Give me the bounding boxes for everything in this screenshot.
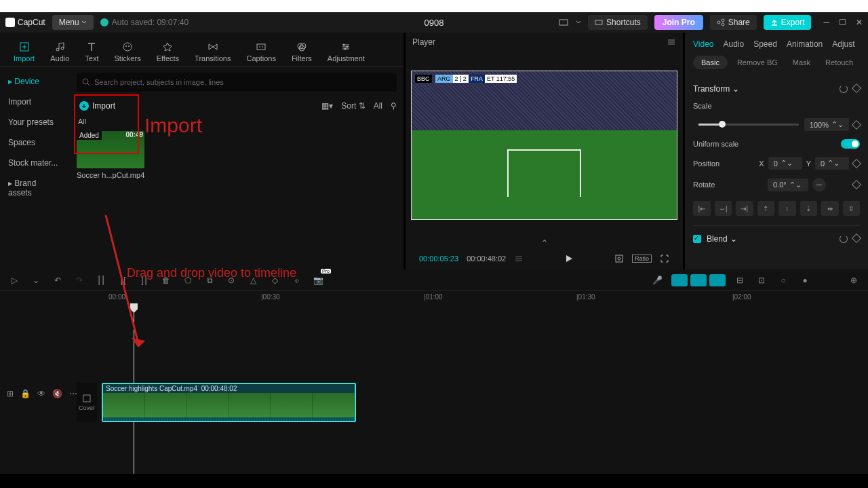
chevron-down-icon[interactable] <box>576 20 581 25</box>
track-lock[interactable]: 🔒 <box>20 389 31 398</box>
minimize-button[interactable]: ─ <box>823 18 829 27</box>
zoom-in[interactable]: ⊕ <box>846 273 861 288</box>
track-tool-2[interactable]: ⊡ <box>754 273 769 288</box>
fullscreen-icon[interactable] <box>660 254 669 263</box>
timeline-clip[interactable]: Soccer highlights CapCut.mp4 00:00:48:02 <box>102 383 356 422</box>
export-button[interactable]: Export <box>764 15 812 30</box>
zoom-slider[interactable]: ● <box>797 273 812 288</box>
keyframe-icon[interactable] <box>852 180 861 189</box>
align-vcenter[interactable]: ↕ <box>778 201 796 216</box>
magnet-1[interactable] <box>671 274 688 286</box>
ptab-animation[interactable]: Animation <box>787 39 823 49</box>
svg-point-6 <box>56 48 59 51</box>
sidebar-presets[interactable]: Your presets <box>0 112 70 132</box>
sidebar-stock[interactable]: Stock mater... <box>0 153 70 173</box>
subtab-mask[interactable]: Mask <box>787 56 816 69</box>
sidebar-brand[interactable]: ▸ Brand assets <box>0 173 70 203</box>
rotate-value[interactable]: 0.0° ⌃⌄ <box>768 179 808 191</box>
track-visible[interactable]: 👁 <box>37 389 45 398</box>
align-buttons: |⇤ ↔| ⇥| ⇡ ↕ ⇣ ⇹ ⇳ <box>693 195 860 221</box>
maximize-button[interactable]: ☐ <box>839 18 846 27</box>
undo-button[interactable]: ↶ <box>50 273 65 288</box>
ptab-audio[interactable]: Audio <box>723 39 744 49</box>
track-mute[interactable]: 🔇 <box>52 389 62 398</box>
share-button[interactable]: Share <box>710 15 757 30</box>
magnet-2[interactable] <box>690 274 707 286</box>
media-search[interactable]: Search project, subjects in image, lines <box>77 73 397 92</box>
timeline-ruler[interactable]: 00:00 |00:30 |01:00 |01:30 |02:00 <box>95 291 868 305</box>
titlebar: CapCut Menu Auto saved: 09:07:40 0908 Sh… <box>0 12 868 33</box>
svg-point-9 <box>125 45 127 47</box>
scan-icon[interactable] <box>614 254 624 263</box>
keyframe-icon[interactable] <box>852 233 861 243</box>
split-tool[interactable]: ⎮⎮ <box>94 273 108 288</box>
project-title[interactable]: 0908 <box>425 18 444 28</box>
tab-transitions[interactable]: Transitions <box>188 37 237 67</box>
ptab-video[interactable]: Video <box>693 39 713 49</box>
panel-menu-icon[interactable] <box>667 37 676 47</box>
tab-stickers[interactable]: Stickers <box>108 37 148 67</box>
view-grid-icon[interactable]: ▦▾ <box>321 101 333 111</box>
play-button[interactable] <box>564 254 574 263</box>
zoom-out[interactable]: ○ <box>776 273 791 288</box>
filter-icon[interactable]: ⚲ <box>391 101 397 111</box>
tab-effects[interactable]: Effects <box>150 37 186 67</box>
reset-icon[interactable] <box>840 85 848 93</box>
track-tool-1[interactable]: ⊟ <box>732 273 747 288</box>
track-expand[interactable]: ⊞ <box>7 389 14 398</box>
list-icon[interactable] <box>514 254 524 263</box>
keyframe-icon[interactable] <box>852 158 861 168</box>
tab-captions[interactable]: Captions <box>239 37 282 67</box>
chevron-down-icon[interactable]: ⌄ <box>28 273 43 288</box>
filter-all[interactable]: All <box>374 101 382 111</box>
subtab-retouch[interactable]: Retouch <box>820 56 859 69</box>
tab-text[interactable]: Text <box>78 37 105 67</box>
ratio-button[interactable]: Ratio <box>632 255 652 263</box>
align-right[interactable]: ⇥| <box>736 201 753 216</box>
freeze-tool[interactable]: 📷Pro <box>311 273 326 288</box>
close-button[interactable]: ✕ <box>856 18 863 27</box>
subtab-removebg[interactable]: Remove BG <box>732 56 783 69</box>
align-top[interactable]: ⇡ <box>757 201 775 216</box>
tracks-area[interactable]: ⊞ 🔒 👁 🔇 ⋯ Cover Soccer highlights CapCut… <box>0 305 868 474</box>
sidebar-spaces[interactable]: Spaces <box>0 132 70 153</box>
reset-icon[interactable] <box>840 235 848 243</box>
aspect-icon[interactable] <box>558 17 569 28</box>
shortcuts-button[interactable]: Shortcuts <box>588 15 648 30</box>
magnet-3[interactable] <box>709 274 726 286</box>
sort-button[interactable]: Sort ⇅ <box>341 101 365 111</box>
blend-title[interactable]: Blend ⌄ <box>693 234 737 244</box>
position-y[interactable]: 0 ⌃⌄ <box>815 157 849 170</box>
tab-adjustment[interactable]: Adjustment <box>321 37 372 67</box>
rotate-dial[interactable]: ─ <box>812 178 826 191</box>
tab-import[interactable]: Import <box>7 37 41 67</box>
ptab-adjust[interactable]: Adjust <box>832 39 854 49</box>
media-thumb[interactable]: Added 00:49 <box>77 131 144 168</box>
tab-audio[interactable]: Audio <box>43 37 76 67</box>
mic-icon[interactable]: 🎤 <box>650 273 665 288</box>
align-left[interactable]: |⇤ <box>693 201 711 216</box>
keyframe-icon[interactable] <box>852 83 861 93</box>
align-bottom[interactable]: ⇣ <box>800 201 818 216</box>
pointer-tool[interactable]: ▷ <box>7 273 22 288</box>
subtab-basic[interactable]: Basic <box>693 56 728 69</box>
tab-filters[interactable]: Filters <box>285 37 319 67</box>
preview-canvas[interactable]: BBC ARG2 | 2FRAET 117:55 <box>411 71 677 220</box>
ptab-speed[interactable]: Speed <box>753 39 777 49</box>
menu-button[interactable]: Menu <box>52 15 94 30</box>
scale-slider[interactable] <box>698 124 799 126</box>
scale-value[interactable]: 100% ⌃⌄ <box>804 118 849 131</box>
align-hcenter[interactable]: ↔| <box>715 201 732 216</box>
keyframe-icon[interactable] <box>852 119 861 129</box>
uniform-label: Uniform scale <box>693 140 738 148</box>
import-button[interactable]: + Import <box>77 98 118 113</box>
expand-handle[interactable]: ⌃ <box>406 238 683 248</box>
cover-cell[interactable]: Cover <box>77 383 97 422</box>
position-x[interactable]: 0 ⌃⌄ <box>768 157 802 170</box>
sidebar-device[interactable]: ▸ Device <box>0 71 70 92</box>
sidebar-import[interactable]: Import <box>0 92 70 112</box>
uniform-toggle[interactable] <box>841 139 860 149</box>
chip-all[interactable]: All <box>78 117 395 126</box>
join-pro-button[interactable]: Join Pro <box>654 15 703 30</box>
total-time: 00:00:48:02 <box>467 255 506 263</box>
